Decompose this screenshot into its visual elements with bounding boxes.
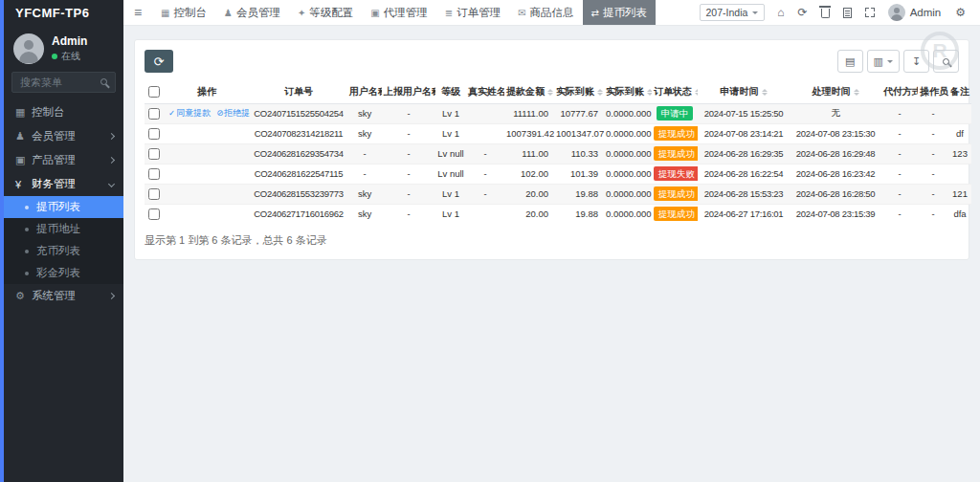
topbar-username[interactable]: Admin [910, 7, 942, 18]
cell-remark: df [948, 123, 971, 143]
sidebar-submenu: 提币列表提币地址充币列表彩金列表 [4, 196, 123, 284]
sidebar-subitem-withdraw-list[interactable]: 提币列表 [4, 196, 123, 218]
cell-apply-time: 2024-06-27 17:16:01 [698, 204, 790, 224]
column-header[interactable]: 订单号 [250, 80, 347, 103]
sidebar-subitem-label: 提币地址 [36, 222, 80, 236]
tab-goods[interactable]: ✉商品信息 [509, 0, 582, 25]
table-row: CO2406271716016962sky-Lv 120.0019.880.00… [145, 204, 971, 224]
topbar-right: 207-India ⌂⟳ Admin ⚙ [700, 4, 972, 21]
cell-username: sky [347, 103, 382, 123]
cell-parent-username: - [382, 123, 435, 143]
menu-toggle-icon[interactable]: ≡ [123, 5, 152, 20]
column-header[interactable]: 等级 [435, 80, 466, 103]
table-row: CO2407082314218211sky-Lv 11007391.421001… [145, 123, 971, 143]
tab-level-config[interactable]: ✦等级配置 [289, 0, 362, 25]
tab-withdraw-list[interactable]: ⇄提币列表 [583, 0, 656, 25]
view-toggle-button[interactable]: ▤ [837, 50, 863, 73]
cell-username: sky [347, 204, 382, 224]
row-checkbox[interactable] [148, 128, 160, 140]
cell-operations [164, 123, 250, 143]
column-header[interactable]: 真实姓名 [466, 80, 504, 103]
sidebar-item-members[interactable]: ♟会员管理 [4, 124, 123, 148]
cell-actual-amount: 10777.67 [554, 103, 604, 123]
cell-order-no: CO2407151525504254 [250, 103, 347, 123]
online-dot-icon [52, 54, 57, 59]
tab-members-icon: ♟ [224, 8, 233, 18]
cell-amount: 1007391.42 [504, 123, 554, 143]
cell-level: Lv 1 [435, 103, 466, 123]
select-all-checkbox[interactable] [148, 86, 160, 98]
cell-amount: 20.00 [504, 204, 554, 224]
cell-actual-amount-2: 0.0000.000 [604, 204, 652, 224]
column-header[interactable]: 申请时间 [698, 80, 790, 103]
fullscreen-icon[interactable] [865, 8, 875, 17]
row-checkbox[interactable] [148, 168, 160, 180]
app-logo: YFCMF-TP6 [4, 0, 123, 26]
column-header[interactable]: 代付方式 [881, 80, 918, 103]
column-header[interactable]: 实际到账 [554, 80, 604, 103]
tab-console[interactable]: ▦控制台 [152, 0, 215, 25]
column-header[interactable]: 处理时间 [790, 80, 881, 103]
cell-checkbox [145, 164, 164, 184]
sidebar-item-console[interactable]: ▦控制台 [4, 100, 123, 124]
topbar-avatar[interactable] [888, 4, 905, 21]
column-header-label: 操作 [197, 86, 216, 97]
reject-withdraw-button[interactable]: ⊘拒绝提款 [216, 108, 250, 118]
table-refresh-button[interactable]: ⟳ [145, 50, 173, 73]
sidebar-subitem-label: 充币列表 [36, 244, 80, 258]
status-badge: 提现成功 [654, 207, 698, 221]
column-header[interactable]: 上报用户名称 [382, 80, 435, 103]
cell-apply-time: 2024-07-15 15:25:50 [698, 103, 790, 123]
sidebar-subitem-withdraw-address[interactable]: 提币地址 [4, 218, 123, 240]
cell-level: Lv 1 [435, 123, 466, 143]
column-header[interactable]: 备注 [948, 80, 971, 103]
settings-gear-icon[interactable]: ⚙ [955, 6, 966, 19]
sidebar-subitem-bonus-list[interactable]: 彩金列表 [4, 262, 123, 284]
trash-icon[interactable] [821, 7, 830, 18]
tab-agents[interactable]: ▣代理管理 [362, 0, 435, 25]
column-header-label: 上报用户名称 [384, 86, 435, 97]
refresh-icon[interactable]: ⟳ [798, 6, 808, 19]
tab-members[interactable]: ♟会员管理 [215, 0, 289, 25]
tab-order-icon: ≣ [445, 8, 453, 18]
user-status: 在线 [52, 50, 87, 63]
cell-real-name [466, 204, 504, 224]
tab-orders[interactable]: ≣订单管理 [436, 0, 509, 25]
table-row: CO2406281553239773sky-Lv 1-20.0019.880.0… [145, 184, 971, 204]
cell-remark [948, 164, 971, 184]
sidebar-search [11, 72, 116, 93]
column-header[interactable]: 订单状态 [652, 80, 698, 103]
main-area: ≡ ▦控制台♟会员管理✦等级配置▣代理管理≣订单管理✉商品信息⇄提币列表 207… [123, 0, 980, 482]
sidebar-item-finance[interactable]: ¥财务管理 [4, 172, 123, 196]
column-header[interactable]: 实际到账 [604, 80, 652, 103]
column-header[interactable]: 提款金额 [504, 80, 554, 103]
caret-down-icon [752, 11, 758, 17]
dot-icon [25, 206, 29, 209]
withdraw-table: 操作订单号用户名称上报用户名称等级真实姓名提款金额实际到账实际到账订单状态申请时… [145, 80, 971, 224]
columns-button[interactable]: ▥ [867, 50, 900, 73]
region-select[interactable]: 207-India [700, 4, 766, 21]
column-header[interactable]: 用户名称 [347, 80, 382, 103]
cell-operations [164, 143, 250, 164]
cell-level: Lv null [435, 143, 466, 164]
cell-process-time: 2024-07-08 23:15:30 [790, 123, 881, 143]
sidebar-item-system[interactable]: ⚙系统管理 [4, 284, 123, 308]
row-checkbox[interactable] [148, 208, 160, 220]
sidebar-item-products[interactable]: ▣产品管理 [4, 148, 123, 172]
chevron-icon [108, 157, 115, 164]
cell-apply-time: 2024-06-28 16:22:54 [698, 164, 790, 184]
home-icon[interactable]: ⌂ [777, 6, 784, 19]
cell-operations [164, 164, 250, 184]
column-header[interactable]: 操作员 [918, 80, 948, 103]
document-icon[interactable] [843, 8, 852, 18]
sort-icon [854, 86, 859, 99]
approve-withdraw-button[interactable]: ✓同意提款 [168, 108, 211, 118]
cell-operations [164, 184, 250, 204]
user-avatar[interactable] [13, 33, 44, 64]
sidebar-subitem-deposit-list[interactable]: 充币列表 [4, 240, 123, 262]
chevron-icon [108, 133, 115, 140]
row-checkbox[interactable] [148, 188, 160, 200]
row-checkbox[interactable] [148, 148, 160, 160]
row-checkbox[interactable] [148, 108, 160, 120]
column-header[interactable]: 操作 [164, 80, 250, 103]
